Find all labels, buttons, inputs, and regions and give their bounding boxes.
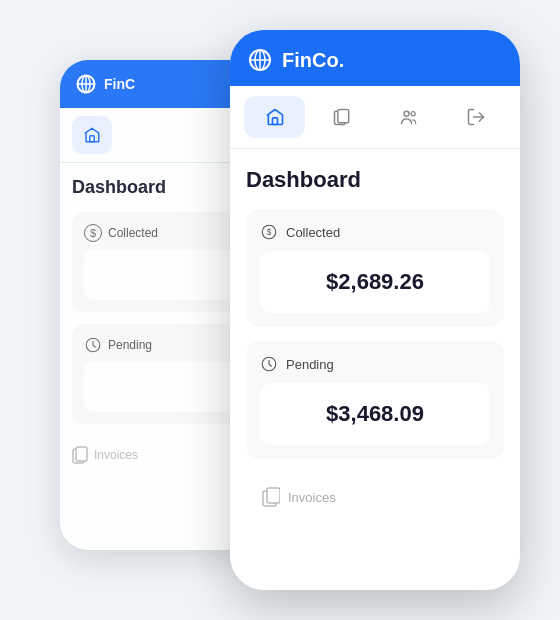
front-home-icon <box>265 107 285 127</box>
front-content: Dashboard $ Collected $2,689.26 <box>230 149 520 539</box>
svg-text:$: $ <box>267 228 272 237</box>
front-globe-icon <box>248 48 272 72</box>
front-collected-label-row: $ Collected <box>260 223 490 241</box>
front-logo: FinCo. <box>282 49 344 72</box>
svg-rect-7 <box>76 447 87 461</box>
front-clock-icon <box>260 355 278 373</box>
front-documents-icon <box>332 107 352 127</box>
front-collected-card: $ Collected $2,689.26 <box>246 209 504 327</box>
front-invoices-row: Invoices <box>246 473 504 521</box>
front-nav-logout[interactable] <box>445 96 506 138</box>
front-dollar-icon: $ <box>260 223 278 241</box>
front-phone-header: FinCo. <box>230 30 520 86</box>
scene: FinC Dashboard $ Collected <box>40 30 520 590</box>
front-nav-bar <box>230 86 520 149</box>
front-page-title: Dashboard <box>246 167 504 193</box>
back-home-icon <box>83 126 101 144</box>
front-nav-documents[interactable] <box>311 96 372 138</box>
front-collected-value: $2,689.26 <box>260 251 490 313</box>
back-dollar-icon: $ <box>84 224 102 242</box>
front-logout-icon <box>466 107 486 127</box>
front-pending-label-row: Pending <box>260 355 490 373</box>
back-invoice-icon <box>72 446 88 464</box>
phone-front: FinCo. <box>230 30 520 590</box>
front-pending-label: Pending <box>286 357 334 372</box>
front-collected-label: Collected <box>286 225 340 240</box>
svg-rect-4 <box>90 136 95 142</box>
front-pending-card: Pending $3,468.09 <box>246 341 504 459</box>
back-globe-icon <box>76 74 96 94</box>
front-pending-value: $3,468.09 <box>260 383 490 445</box>
back-clock-icon <box>84 336 102 354</box>
front-nav-people[interactable] <box>378 96 439 138</box>
svg-point-15 <box>404 111 409 116</box>
front-nav-home[interactable] <box>244 96 305 138</box>
back-nav-home[interactable] <box>72 116 112 154</box>
svg-rect-21 <box>267 488 280 503</box>
front-people-icon <box>399 107 419 127</box>
front-invoices-label: Invoices <box>288 490 336 505</box>
svg-rect-12 <box>272 118 277 125</box>
front-invoice-icon <box>262 487 280 507</box>
back-logo-text: FinC <box>104 76 135 92</box>
svg-rect-14 <box>337 110 348 123</box>
svg-point-16 <box>411 112 415 116</box>
